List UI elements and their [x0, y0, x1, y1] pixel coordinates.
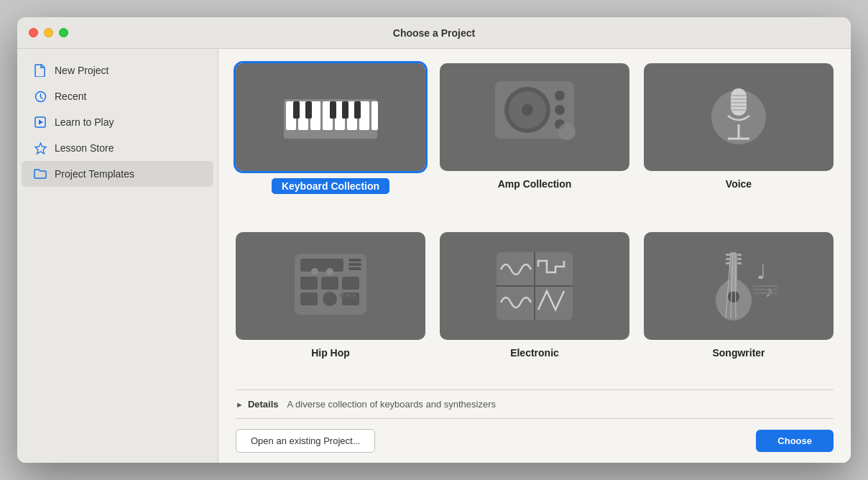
template-label-amp: Amp Collection	[498, 178, 572, 190]
minimize-button[interactable]	[44, 28, 53, 37]
main-content: New Project Recent	[17, 49, 851, 463]
svg-rect-15	[330, 101, 336, 119]
svg-rect-14	[305, 101, 312, 119]
svg-rect-40	[300, 277, 318, 290]
svg-point-25	[558, 123, 576, 140]
template-item-voice[interactable]: Voice	[644, 63, 834, 218]
template-thumb-songwriter: ♩ ♪	[644, 232, 834, 340]
window-title: Choose a Project	[393, 27, 475, 39]
template-label-hiphop: Hip Hop	[311, 347, 350, 359]
svg-marker-3	[35, 143, 46, 154]
play-icon	[33, 115, 47, 129]
sidebar-item-new-project[interactable]: New Project	[22, 57, 213, 83]
app-window: Choose a Project New Project	[17, 17, 851, 463]
svg-rect-42	[342, 277, 359, 290]
details-label: Details	[248, 399, 279, 410]
svg-point-47	[326, 268, 333, 275]
close-button[interactable]	[29, 28, 38, 37]
maximize-button[interactable]	[59, 28, 68, 37]
svg-point-23	[555, 105, 565, 115]
svg-rect-17	[354, 101, 361, 119]
templates-grid: Keyboard Collection	[236, 63, 834, 389]
svg-rect-7	[310, 101, 320, 130]
sidebar-label-project-templates: Project Templates	[55, 168, 134, 180]
svg-rect-38	[348, 263, 361, 266]
template-item-amp-collection[interactable]: Amp Collection	[440, 63, 629, 218]
choose-button[interactable]: Choose	[756, 430, 834, 452]
svg-rect-27	[731, 88, 747, 116]
svg-marker-2	[39, 120, 43, 125]
sidebar-label-learn-to-play: Learn to Play	[55, 116, 114, 128]
svg-rect-16	[342, 101, 348, 119]
sidebar-item-recent[interactable]: Recent	[22, 83, 213, 109]
svg-rect-13	[293, 101, 300, 119]
svg-point-21	[522, 104, 533, 116]
star-icon	[33, 141, 47, 155]
template-thumb-voice	[644, 63, 834, 171]
svg-point-44	[323, 292, 337, 306]
sidebar: New Project Recent	[17, 49, 218, 463]
sidebar-label-lesson-store: Lesson Store	[55, 142, 114, 154]
svg-point-46	[311, 268, 318, 275]
svg-rect-60	[726, 262, 730, 264]
template-label-voice: Voice	[726, 178, 752, 190]
template-label-songwriter: Songwriter	[712, 347, 765, 359]
sidebar-item-learn-to-play[interactable]: Learn to Play	[22, 109, 213, 135]
folder-icon	[33, 167, 47, 181]
svg-rect-39	[348, 267, 361, 270]
sidebar-label-new-project: New Project	[55, 65, 108, 76]
svg-rect-12	[371, 101, 378, 130]
bottom-bar: Open an existing Project... Choose	[236, 418, 834, 463]
template-item-hip-hop[interactable]: Hip Hop	[236, 232, 425, 382]
template-label-electronic: Electronic	[510, 347, 559, 359]
sidebar-label-recent: Recent	[55, 91, 86, 102]
template-thumb-hiphop	[236, 232, 425, 340]
svg-rect-63	[737, 262, 742, 264]
details-bar: ► Details A diverse collection of keyboa…	[236, 389, 834, 418]
svg-rect-11	[359, 101, 369, 130]
details-toggle[interactable]: ► Details	[236, 399, 279, 410]
template-thumb-amp	[440, 63, 629, 171]
svg-rect-57	[730, 252, 737, 292]
svg-rect-61	[737, 254, 742, 256]
svg-point-56	[728, 291, 739, 303]
svg-rect-50	[351, 294, 356, 297]
sidebar-item-lesson-store[interactable]: Lesson Store	[22, 135, 213, 161]
svg-rect-49	[346, 294, 350, 297]
clock-icon	[33, 89, 47, 103]
details-description: A diverse collection of keyboards and sy…	[287, 399, 497, 410]
traffic-lights	[29, 28, 68, 37]
svg-rect-58	[726, 254, 730, 256]
svg-rect-37	[348, 259, 361, 262]
template-item-songwriter[interactable]: ♩ ♪ Songwriter	[644, 232, 834, 382]
template-item-keyboard-collection[interactable]: Keyboard Collection	[236, 63, 425, 218]
svg-rect-36	[300, 259, 343, 272]
titlebar: Choose a Project	[17, 17, 851, 49]
template-thumb-electronic	[440, 232, 629, 340]
svg-text:♩: ♩	[757, 261, 766, 283]
svg-rect-59	[726, 258, 730, 260]
template-thumb-keyboard	[236, 63, 425, 171]
svg-rect-45	[342, 292, 359, 305]
svg-rect-62	[737, 258, 742, 260]
template-item-electronic[interactable]: Electronic	[440, 232, 629, 382]
template-label-keyboard: Keyboard Collection	[272, 178, 389, 194]
svg-text:♪: ♪	[765, 282, 773, 300]
svg-rect-43	[300, 292, 318, 305]
svg-point-22	[555, 91, 565, 101]
sidebar-item-project-templates[interactable]: Project Templates	[22, 161, 213, 187]
right-panel: Keyboard Collection	[218, 49, 851, 463]
svg-rect-41	[321, 277, 338, 290]
open-existing-button[interactable]: Open an existing Project...	[236, 429, 375, 453]
svg-rect-48	[340, 294, 344, 297]
doc-icon	[33, 63, 47, 78]
chevron-right-icon: ►	[236, 400, 244, 409]
